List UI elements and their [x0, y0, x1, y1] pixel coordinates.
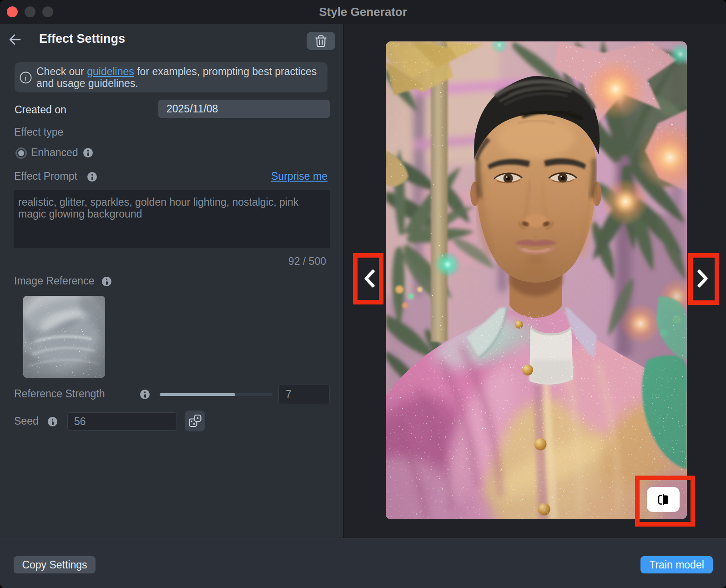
svg-text:i: i	[25, 74, 27, 82]
